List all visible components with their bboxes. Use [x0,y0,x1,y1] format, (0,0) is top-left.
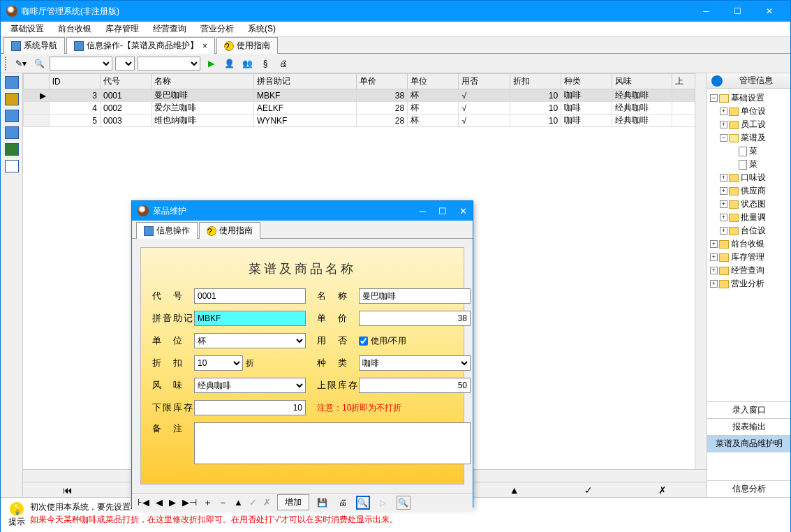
rp-tab-1[interactable]: 报表输出 [707,419,790,436]
label-name: 名 称 [317,290,359,302]
table-row[interactable]: 40002爱尔兰咖啡AELKF28杯√10咖啡经典咖啡 [24,102,707,114]
sb-icon-6[interactable] [5,160,19,172]
tree-item[interactable]: +营业分析 [709,277,789,290]
modal-min-button[interactable]: ─ [420,206,426,216]
tree-item[interactable]: +经营查询 [709,264,789,277]
rp-tab-0[interactable]: 录入窗口 [707,402,790,419]
input-lower[interactable] [194,400,306,415]
save-button[interactable]: ✓ [584,485,593,496]
sb-icon-2[interactable] [5,93,19,105]
sb-icon-5[interactable] [5,143,19,156]
check-use[interactable] [359,337,368,346]
rp-tab-2[interactable]: 菜谱及商品维护明 [707,436,790,452]
close-button[interactable]: ✕ [753,1,785,22]
tree[interactable]: −基础设置+单位设+员工设−菜谱及菜菜+口味设+供应商+状态图+批量调+台位设+… [707,89,790,401]
sb-icon-1[interactable] [5,76,19,89]
m-check-button[interactable]: ✓ [249,497,257,508]
menu-basic[interactable]: 基础设置 [3,22,51,36]
select-discount[interactable]: 10 [194,355,243,371]
m-plus-button[interactable]: ＋ [203,496,212,509]
m-last-button[interactable]: ▶⊣ [182,497,197,508]
m-search2-icon[interactable]: 🔍 [397,496,411,510]
select-unit[interactable]: 杯 [194,333,306,348]
run-button[interactable]: ▶ [203,56,219,71]
tab-close-button[interactable]: × [202,41,207,51]
tree-item[interactable]: +口味设 [709,171,789,184]
tab-info[interactable]: 信息操作-【菜谱及商品维护】× [66,37,215,54]
filter3-select[interactable] [138,57,200,71]
tree-item[interactable]: −菜谱及 [709,131,789,145]
input-upper[interactable] [359,378,471,393]
tree-item[interactable]: +前台收银 [709,237,789,251]
sb-icon-4[interactable] [5,126,19,139]
input-pinyin[interactable] [194,311,306,326]
m-play-icon[interactable]: ▷ [376,496,390,510]
edit-button[interactable]: ✎▾ [13,56,29,71]
filter1-select[interactable] [50,57,112,71]
first-button[interactable]: ⏮ [63,485,73,496]
user2-button[interactable]: 👥 [239,56,255,71]
m-minus-button[interactable]: － [219,496,228,509]
tree-item[interactable]: +员工设 [709,118,789,131]
menu-front[interactable]: 前台收银 [51,22,98,36]
maximize-button[interactable]: ☐ [722,1,753,22]
tree-item[interactable]: +状态图 [709,198,789,211]
data-grid[interactable]: ID代号名称拼音助记单价单位用否折扣种类风味上 ▶30001曼巴咖啡MBKF38… [23,73,707,127]
modal-titlebar[interactable]: 菜品维护 ─ ☐ ✕ [132,201,473,221]
m-up-button[interactable]: ▲ [234,497,243,508]
vscrollbar[interactable] [695,73,707,469]
menu-query[interactable]: 经营查询 [146,22,193,36]
tab-help[interactable]: ?使用指南 [216,37,278,54]
print-button[interactable]: 🖨 [276,56,291,71]
tree-item[interactable]: +库存管理 [709,251,789,264]
modal-max-button[interactable]: ☐ [438,206,447,216]
m-print-icon[interactable]: 🖨 [336,496,350,510]
m-next-button[interactable]: ▶ [169,497,176,508]
input-code[interactable] [194,288,306,304]
tree-item[interactable]: −基础设置 [709,91,789,105]
m-x-button[interactable]: ✗ [263,497,271,508]
m-first-button[interactable]: ⊦◀ [138,497,149,508]
tab-nav[interactable]: 系统导航 [3,37,65,54]
m-save-icon[interactable]: 💾 [316,496,330,510]
select-flavor[interactable]: 经典咖啡 [194,378,306,393]
table-row[interactable]: 50003维也纳咖啡WYNKF28杯√10咖啡经典咖啡 [24,114,707,127]
filter2-select[interactable] [115,57,135,71]
rp-bottom-tabs: 录入窗口 报表输出 菜谱及商品维护明 信息分析 [707,401,790,497]
modal-tab-info[interactable]: 信息操作 [136,222,198,239]
input-name[interactable] [359,288,471,304]
m-add-button[interactable]: 增加 [277,494,309,510]
minimize-button[interactable]: ─ [690,1,722,22]
tree-item[interactable]: +单位设 [709,105,789,118]
tree-item[interactable]: +批量调 [709,211,789,224]
label-discount: 折 扣 [152,357,194,369]
tree-item[interactable]: +供应商 [709,184,789,198]
m-prev-button[interactable]: ◀ [156,497,163,508]
cancel-button[interactable]: ✗ [658,485,667,496]
m-search1-icon[interactable]: 🔍 [356,496,370,510]
modal-tab-help[interactable]: ?使用指南 [199,222,260,239]
select-kind[interactable]: 咖啡 [359,355,471,371]
left-sidebar [1,73,23,497]
menubar: 基础设置 前台收银 库存管理 经营查询 营业分析 系统(S) [1,22,790,37]
rp-tab-3[interactable]: 信息分析 [707,480,790,497]
sb-icon-3[interactable] [5,110,19,122]
tree-item[interactable]: 菜 [709,158,789,171]
tree-item[interactable]: 菜 [709,145,789,158]
form-title: 菜谱及商品名称 [152,260,452,277]
input-price[interactable] [359,311,471,326]
label-code: 代 号 [152,290,194,302]
edit-nav-button[interactable]: ▲ [510,485,519,496]
menu-analysis[interactable]: 营业分析 [193,22,241,36]
menu-system[interactable]: 系统(S) [241,22,283,36]
tree-item[interactable]: +台位设 [709,224,789,237]
menu-stock[interactable]: 库存管理 [98,22,146,36]
refresh-button[interactable]: § [258,56,273,71]
label-flavor: 风 味 [152,379,194,392]
modal-close-button[interactable]: ✕ [459,206,467,216]
search-button[interactable]: 🔍 [31,56,47,71]
textarea-remark[interactable] [194,422,471,464]
titlebar: 咖啡厅管理系统(非注册版) ─ ☐ ✕ [1,1,790,22]
table-row[interactable]: ▶30001曼巴咖啡MBKF38杯√10咖啡经典咖啡 [24,89,707,102]
user1-button[interactable]: 👤 [221,56,237,71]
